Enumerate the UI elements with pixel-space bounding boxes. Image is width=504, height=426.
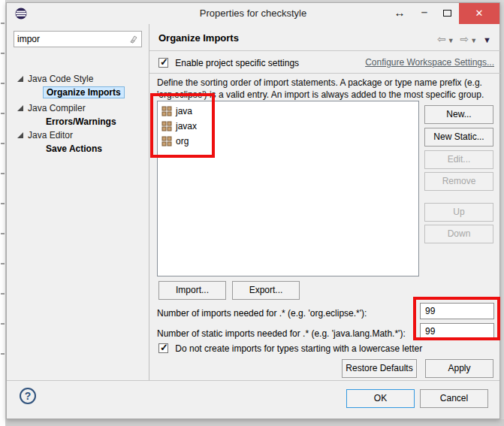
tree-node-errors-warnings[interactable]: Errors/Warnings <box>46 115 116 128</box>
forward-dropdown-icon[interactable]: ▼ <box>470 37 478 44</box>
tree-node-label[interactable]: Java Editor <box>28 128 73 142</box>
tree-expanded-icon[interactable] <box>17 75 24 83</box>
checkmark-icon: ✓ <box>160 342 168 354</box>
background-desktop-strip <box>6 419 504 426</box>
import-group-list[interactable]: java javax org <box>157 101 419 276</box>
lowercase-types-checkbox[interactable]: ✓ <box>158 343 168 353</box>
edit-button[interactable]: Edit... <box>424 150 493 169</box>
tree-expanded-icon[interactable] <box>17 104 24 112</box>
back-dropdown-icon[interactable]: ▼ <box>448 37 456 44</box>
export-button[interactable]: Export... <box>232 281 300 300</box>
ok-button[interactable]: OK <box>346 389 415 408</box>
forward-arrow-icon[interactable]: ⇨ <box>460 33 471 45</box>
tree-node-label[interactable]: Save Actions <box>46 144 102 154</box>
enable-project-settings-checkbox[interactable]: ✓ <box>158 58 168 68</box>
down-button[interactable]: Down <box>424 225 493 243</box>
package-icon <box>161 106 172 116</box>
tree-expanded-icon[interactable] <box>17 131 24 139</box>
help-button[interactable]: ? <box>20 388 36 404</box>
restore-defaults-button[interactable]: Restore Defaults <box>342 359 417 378</box>
page-title: Organize Imports <box>158 32 239 44</box>
group-name: javax <box>176 121 197 131</box>
header-separator <box>149 50 500 51</box>
settings-separator <box>149 73 500 74</box>
footer-separator <box>7 380 499 381</box>
filter-search-input[interactable] <box>17 32 122 46</box>
remove-button[interactable]: Remove <box>424 172 493 191</box>
properties-dialog: Properties for checkstyle ↔ – ✕ Java Cod… <box>6 2 500 419</box>
minimize-button[interactable]: – <box>415 3 433 24</box>
maximize-icon <box>443 10 451 17</box>
package-icon <box>161 121 172 131</box>
maximize-button[interactable] <box>438 3 456 24</box>
list-item[interactable]: java <box>159 104 415 119</box>
clear-filter-icon[interactable] <box>128 35 137 44</box>
apply-button[interactable]: Apply <box>425 359 493 378</box>
package-icon <box>161 136 172 147</box>
background-window-edge <box>0 0 6 426</box>
page-description: Define the sorting order of import state… <box>157 77 499 101</box>
tree-node-save-actions[interactable]: Save Actions <box>46 142 102 156</box>
checkmark-icon: ✓ <box>160 56 168 68</box>
view-menu-icon[interactable]: ▼ <box>483 35 493 44</box>
tree-node-label[interactable]: Java Compiler <box>28 101 86 115</box>
title-bar[interactable]: Properties for checkstyle ↔ – ✕ <box>7 3 499 24</box>
imports-needed-input[interactable] <box>420 303 494 319</box>
tree-node-label[interactable]: Java Code Style <box>28 72 93 86</box>
lowercase-types-label: Do not create imports for types starting… <box>175 343 422 354</box>
new-static-button[interactable]: New Static... <box>424 128 493 147</box>
list-item[interactable]: org <box>159 134 415 149</box>
static-imports-needed-label: Number of static imports needed for .* (… <box>157 328 406 340</box>
enable-project-settings-label: Enable project specific settings <box>175 58 299 68</box>
import-button[interactable]: Import... <box>158 281 226 300</box>
group-name: org <box>176 136 189 147</box>
configure-workspace-settings-link[interactable]: Configure Workspace Settings... <box>365 57 494 68</box>
new-button[interactable]: New... <box>424 105 493 124</box>
list-item[interactable]: javax <box>159 119 415 134</box>
tree-node-organize-imports[interactable]: Organize Imports <box>43 86 125 99</box>
group-name: java <box>176 106 192 116</box>
back-arrow-icon[interactable]: ⇦ <box>437 33 448 45</box>
organize-imports-page: Organize Imports ⇦▼ ⇨▼ ▼ ✓ Enable projec… <box>149 24 500 380</box>
filter-search-box[interactable] <box>14 31 142 47</box>
resize-icon[interactable]: ↔ <box>391 3 408 24</box>
tree-node-label-selected[interactable]: Organize Imports <box>43 86 125 98</box>
up-button[interactable]: Up <box>424 203 493 222</box>
sidebar: Java Code Style Organize Imports Java Co… <box>7 24 149 380</box>
page-navigation: ⇦▼ ⇨▼ ▼ <box>437 33 493 45</box>
close-button[interactable]: ✕ <box>459 3 499 24</box>
static-imports-needed-input[interactable] <box>420 323 494 340</box>
enable-project-settings-row[interactable]: ✓ Enable project specific settings <box>158 57 299 69</box>
tree-node-label[interactable]: Errors/Warnings <box>46 116 116 127</box>
cancel-button[interactable]: Cancel <box>420 389 488 408</box>
lowercase-types-row[interactable]: ✓ Do not create imports for types starti… <box>158 343 422 355</box>
imports-needed-label: Number of imports needed for .* (e.g. 'o… <box>157 307 367 319</box>
